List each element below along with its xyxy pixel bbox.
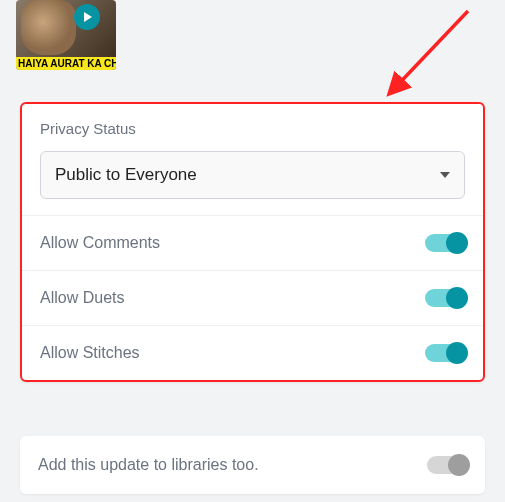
privacy-status-section: Privacy Status Public to Everyone bbox=[22, 104, 483, 215]
allow-duets-toggle[interactable] bbox=[425, 289, 465, 307]
toggle-knob bbox=[446, 232, 468, 254]
privacy-card: Privacy Status Public to Everyone Allow … bbox=[20, 102, 485, 382]
allow-comments-row: Allow Comments bbox=[22, 215, 483, 270]
allow-comments-toggle[interactable] bbox=[425, 234, 465, 252]
allow-duets-row: Allow Duets bbox=[22, 270, 483, 325]
allow-stitches-row: Allow Stitches bbox=[22, 325, 483, 380]
chevron-down-icon bbox=[440, 172, 450, 178]
play-icon bbox=[74, 4, 100, 30]
allow-duets-label: Allow Duets bbox=[40, 289, 124, 307]
allow-stitches-toggle[interactable] bbox=[425, 344, 465, 362]
video-thumbnail[interactable]: HAIYA AURAT KA CH bbox=[16, 0, 116, 70]
toggle-knob bbox=[448, 454, 470, 476]
privacy-select[interactable]: Public to Everyone bbox=[40, 151, 465, 199]
toggle-knob bbox=[446, 342, 468, 364]
libraries-toggle[interactable] bbox=[427, 456, 467, 474]
toggle-knob bbox=[446, 287, 468, 309]
privacy-status-label: Privacy Status bbox=[40, 120, 465, 137]
annotation-arrow bbox=[308, 3, 488, 108]
libraries-label: Add this update to libraries too. bbox=[38, 456, 259, 474]
allow-stitches-label: Allow Stitches bbox=[40, 344, 140, 362]
svg-line-1 bbox=[390, 11, 468, 93]
thumbnail-caption: HAIYA AURAT KA CH bbox=[16, 57, 116, 70]
privacy-select-value: Public to Everyone bbox=[55, 165, 197, 185]
thumbnail-image bbox=[21, 0, 76, 55]
libraries-row: Add this update to libraries too. bbox=[20, 436, 485, 494]
allow-comments-label: Allow Comments bbox=[40, 234, 160, 252]
libraries-card: Add this update to libraries too. bbox=[20, 436, 485, 494]
